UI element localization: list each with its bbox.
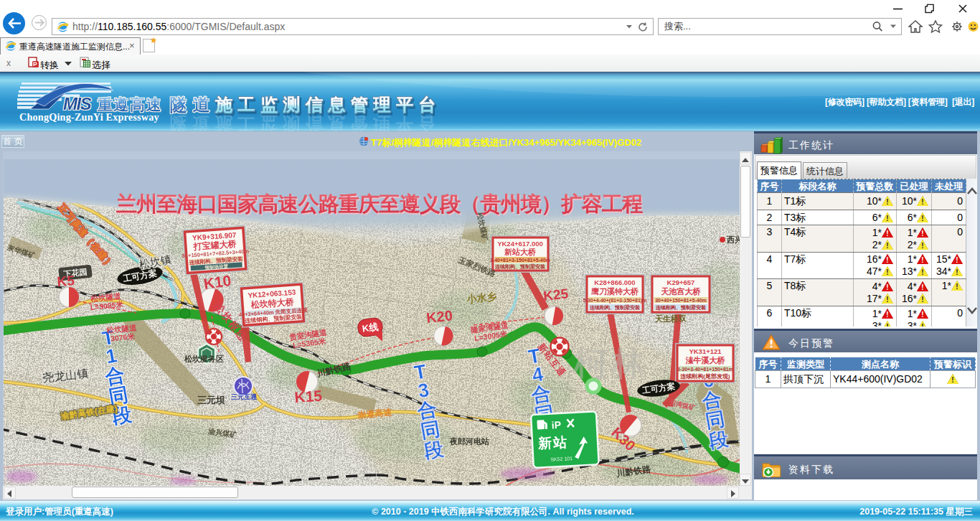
svg-text:段: 段 (422, 438, 446, 462)
svg-text:K线: K线 (362, 321, 379, 334)
svg-text:ChongQing-ZunYi Expressway: ChongQing-ZunYi Expressway (19, 111, 159, 123)
svg-text:松坎服务区: 松坎服务区 (184, 355, 224, 363)
svg-text:K29+657: K29+657 (667, 278, 695, 286)
svg-text:K20: K20 (425, 307, 453, 326)
svg-text:隧道: 隧道 (170, 95, 215, 114)
svg-text:连续刚构、预制梁安装: 连续刚构、预制梁安装 (655, 304, 706, 311)
svg-text:夜郎河电站: 夜郎河电站 (449, 437, 489, 446)
svg-text:段: 段 (707, 428, 730, 452)
svg-text:连续刚构、预制梁安装: 连续刚构、预制梁安装 (589, 304, 640, 311)
svg-text:30+40+150+81+5-40m: 30+40+150+81+5-40m (655, 298, 707, 303)
svg-text:K15: K15 (294, 387, 323, 405)
svg-text:三元坝: 三元坝 (197, 395, 225, 405)
svg-text:柯林: 柯林 (573, 344, 649, 382)
svg-text:5-30+4-40+(81+3-150+81)m: 5-30+4-40+(81+3-150+81)m (583, 298, 647, 304)
svg-text:兰州至海口国家高速公路重庆至遵义段（贵州境）扩容工程: 兰州至海口国家高速公路重庆至遵义段（贵州境）扩容工程 (116, 192, 643, 215)
svg-text:K28+866.000: K28+866.000 (594, 278, 635, 286)
svg-text:施工监测信息管理平台: 施工监测信息管理平台 (215, 95, 441, 114)
svg-text:新站大桥: 新站大桥 (504, 248, 537, 256)
svg-text:iP: iP (551, 419, 561, 431)
svg-text:YK31+121: YK31+121 (689, 347, 722, 355)
svg-text:新站: 新站 (537, 434, 569, 451)
svg-text:YK24+617.000: YK24+617.000 (497, 240, 543, 248)
svg-text:西兴志马: 西兴志马 (726, 235, 740, 244)
svg-text:隧道施工监测信息管理平台: 隧道施工监测信息管理平台 (170, 114, 441, 131)
svg-text:连续刚构(尾部发现): 连续刚构(尾部发现) (679, 373, 730, 380)
svg-text:K5: K5 (57, 273, 75, 289)
svg-text:K25: K25 (542, 286, 569, 304)
svg-text:三元互通: 三元互通 (231, 393, 258, 400)
svg-text:3-30+3-40+81+150+81m: 3-30+3-40+81+150+81m (677, 367, 733, 372)
svg-text:3-40+81+3-150+81+5-40m: 3-40+81+3-150+81+5-40m (490, 258, 550, 263)
svg-text:重遵高速: 重遵高速 (97, 96, 162, 113)
svg-text:[修改密码] [帮助文档] [资料管理] [退出]: [修改密码] [帮助文档] [资料管理] [退出] (825, 97, 974, 107)
svg-text:溱牛溪大桥: 溱牛溪大桥 (686, 356, 726, 365)
svg-text:鹰刀溪特大桥: 鹰刀溪特大桥 (590, 287, 639, 296)
svg-text:连续刚构、预制梁安装: 连续刚构、预制梁安装 (494, 263, 545, 270)
svg-text:天池宫大桥: 天池宫大桥 (661, 287, 702, 296)
svg-text:天生桥双: 天生桥双 (654, 314, 687, 323)
svg-text:MIS: MIS (63, 94, 92, 113)
